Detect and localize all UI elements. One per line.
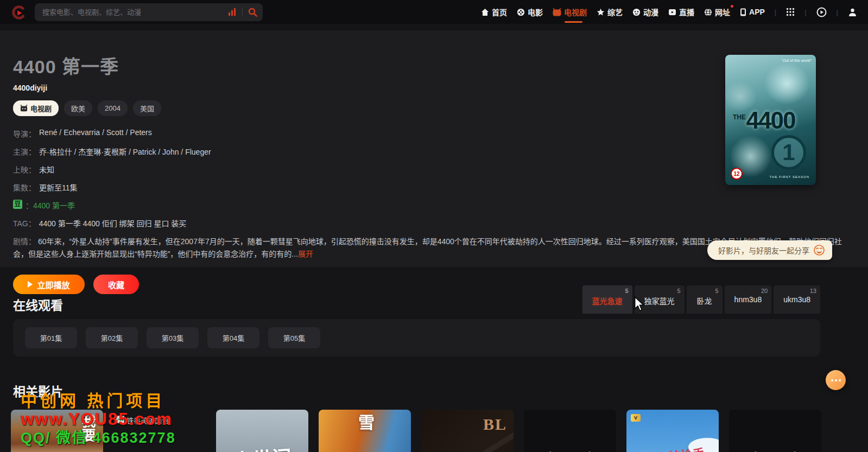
poster-title: 4400 — [725, 107, 816, 134]
top-header: 首页 电影 电视剧 综艺 动漫 直播 网址 APP — [0, 0, 868, 24]
poster-season-number: 1 — [771, 135, 806, 170]
globe-icon — [704, 8, 712, 16]
episode-button-2[interactable]: 第02集 — [86, 327, 138, 348]
tv-icon — [553, 8, 561, 16]
country-pill[interactable]: 美国 — [133, 100, 161, 116]
nav-item-live[interactable]: 直播 — [668, 7, 694, 17]
source-tab-wolong[interactable]: 5 卧龙 — [687, 285, 723, 314]
star-icon — [597, 8, 605, 16]
related-poster-4[interactable]: 雪 — [319, 410, 411, 452]
main-nav: 首页 电影 电视剧 综艺 动漫 直播 网址 APP — [481, 7, 857, 17]
broken-image-icon — [116, 416, 124, 423]
search-input[interactable] — [42, 8, 223, 16]
source-tab-ukm3u8[interactable]: 13 ukm3u8 — [774, 285, 820, 314]
live-icon — [668, 8, 676, 16]
episode-list: 第01集 第02集 第03集 第04集 第05集 — [13, 319, 820, 356]
watch-online-title: 在线观看 — [13, 295, 63, 314]
related-poster-7[interactable]: V 你好 神枪手 — [626, 410, 719, 452]
related-posters: 我要 铁拳英雄国语 人世间 雪 BL OSS V 你好 神枪手 — [11, 410, 820, 452]
laughing-emoji-icon — [814, 245, 825, 256]
tag-keywords-row: TAG： 4400 第一季 4400 佢们 绑架 回归 星口 装买 — [13, 218, 855, 228]
play-circle-icon[interactable] — [816, 7, 827, 17]
age-rating-badge: 12 — [731, 168, 743, 180]
series-poster[interactable]: "Out of this world" THE 4400 1 THE FIRST… — [725, 55, 816, 185]
douban-row: 豆 ：4400 第一季 — [13, 200, 855, 211]
nav-item-tv-series[interactable]: 电视剧 — [553, 7, 587, 17]
apps-grid-icon[interactable] — [786, 8, 795, 16]
episode-button-5[interactable]: 第05集 — [268, 327, 320, 348]
episode-button-4[interactable]: 第04集 — [207, 327, 259, 348]
anime-icon — [632, 8, 641, 16]
platform-badge: V — [631, 414, 641, 422]
related-header: 相关影片 — [13, 381, 855, 400]
more-dots-icon[interactable] — [826, 370, 846, 390]
nav-item-sites[interactable]: 网址 — [704, 7, 730, 17]
play-icon — [28, 281, 33, 288]
category-pill[interactable]: 电视剧 — [13, 100, 59, 116]
related-poster-3[interactable]: 人世间 — [216, 410, 308, 452]
favorite-button[interactable]: 收藏 — [93, 275, 139, 294]
tv-icon — [20, 105, 28, 112]
related-poster-2[interactable]: 铁拳英雄国语 — [113, 410, 206, 452]
related-poster-5[interactable]: BL OSS — [421, 410, 514, 452]
search-divider — [242, 8, 243, 16]
poster-quote: "Out of this world" — [781, 59, 812, 62]
series-detail-panel: 4400 第一季 4400diyiji 电视剧 欧美 2004 美国 导演： R… — [0, 30, 868, 267]
douban-link[interactable]: ：4400 第一季 — [26, 200, 75, 211]
nav-item-home[interactable]: 首页 — [481, 7, 507, 17]
play-now-button[interactable]: 立即播放 — [13, 275, 85, 294]
region-pill[interactable]: 欧美 — [64, 100, 92, 116]
related-poster-6-placeholder[interactable] — [524, 410, 616, 452]
trending-icon[interactable] — [228, 8, 237, 16]
episode-button-1[interactable]: 第01集 — [25, 327, 77, 348]
related-poster-1[interactable]: 我要 — [11, 410, 103, 452]
nav-item-movies[interactable]: 电影 — [517, 7, 543, 17]
expand-link[interactable]: 展开 — [298, 250, 313, 258]
nav-item-app[interactable]: APP — [740, 8, 765, 16]
nav-item-anime[interactable]: 动漫 — [632, 7, 658, 17]
source-tab-hnm3u8[interactable]: 20 hnm3u8 — [725, 285, 772, 314]
header-divider: | — [775, 8, 776, 16]
home-icon — [481, 8, 489, 16]
poster-season-text: THE FIRST SEASON — [769, 175, 809, 179]
nav-item-variety[interactable]: 综艺 — [597, 7, 623, 17]
search-box[interactable] — [35, 3, 263, 21]
share-tooltip: 好影片，与好朋友一起分享 — [707, 240, 832, 260]
source-tab-lgjs[interactable]: 5 蓝光急速 — [582, 285, 632, 314]
header-divider: | — [837, 8, 838, 16]
phone-icon — [740, 8, 746, 16]
header-divider: | — [804, 8, 806, 16]
movie-icon — [517, 8, 525, 16]
douban-icon: 豆 — [13, 200, 22, 209]
source-tabs: 5 蓝光急速 5 独家蓝光 5 卧龙 20 hnm3u8 13 ukm3u8 — [582, 285, 820, 314]
site-logo-play-icon[interactable] — [11, 4, 27, 20]
user-icon[interactable] — [848, 8, 857, 17]
notification-dot — [731, 5, 733, 8]
source-tab-djlg[interactable]: 5 独家蓝光 — [635, 285, 685, 314]
search-icon[interactable] — [248, 8, 257, 17]
episode-button-3[interactable]: 第03集 — [147, 327, 199, 348]
year-pill[interactable]: 2004 — [98, 100, 128, 116]
related-title: 相关影片 — [13, 381, 855, 400]
related-poster-8-placeholder[interactable] — [729, 410, 821, 452]
